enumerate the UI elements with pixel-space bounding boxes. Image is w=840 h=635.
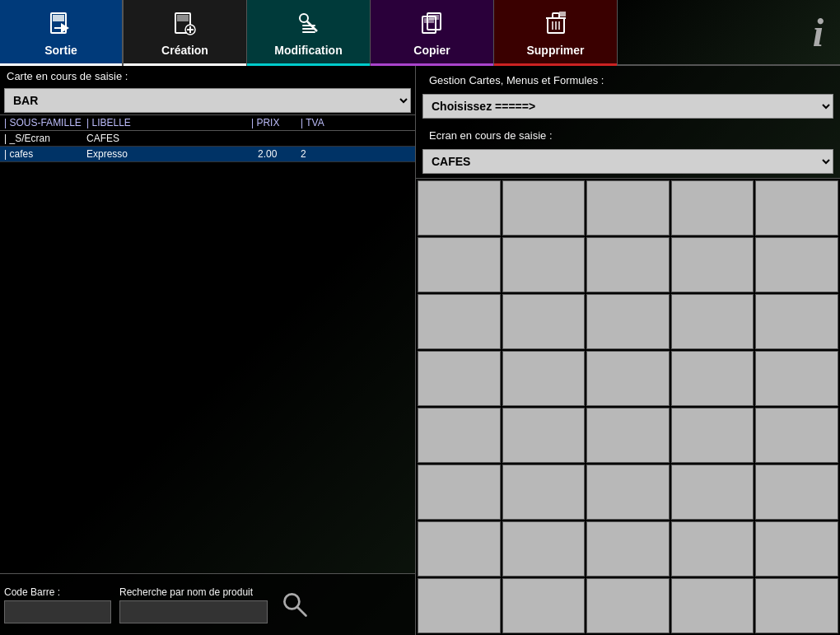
table-header: | SOUS-FAMILLE | LIBELLE | PRIX | TVA [0, 114, 415, 131]
svg-point-9 [300, 14, 308, 22]
grid-cell[interactable] [502, 408, 586, 463]
copier-button[interactable]: Copier [371, 0, 494, 66]
toolbar-spacer: i [618, 0, 840, 64]
svg-marker-24 [559, 12, 566, 16]
modification-icon [296, 10, 322, 40]
recherche-label: Recherche par nom de produit [119, 586, 268, 598]
ecran-dropdown[interactable]: CAFES [422, 149, 833, 174]
gestion-dropdown[interactable]: Choisissez =====> [422, 94, 833, 119]
grid-cell[interactable] [755, 351, 838, 406]
grid-cell[interactable] [671, 351, 754, 406]
svg-rect-13 [302, 31, 315, 33]
grid-cell[interactable] [586, 294, 670, 349]
col-header-tva: | TVA [301, 117, 334, 128]
grid-cell[interactable] [671, 578, 754, 633]
creation-button[interactable]: Création [124, 0, 247, 66]
grid-cell[interactable] [755, 465, 838, 520]
content-area: Carte en cours de saisie : BAR | SOUS-FA… [0, 66, 840, 635]
grid-cell[interactable] [586, 408, 670, 463]
grid-cell[interactable] [671, 465, 754, 520]
carte-dropdown[interactable]: BAR [4, 88, 411, 113]
grid-cell[interactable] [418, 237, 501, 292]
grid-cell[interactable] [755, 294, 838, 349]
copier-icon [419, 10, 446, 40]
grid-cell[interactable] [586, 351, 670, 406]
carte-label: Carte en cours de saisie : [0, 66, 415, 86]
sortie-label: Sortie [44, 44, 77, 57]
supprimer-label: Supprimer [526, 44, 584, 57]
grid-cell[interactable] [502, 351, 586, 406]
grid-cell[interactable] [671, 521, 754, 577]
cell-libelle: CAFES [86, 133, 251, 144]
grid-cell[interactable] [502, 294, 586, 349]
grid-cell[interactable] [755, 578, 838, 633]
ecran-dropdown-row: CAFES [422, 149, 833, 174]
supprimer-button[interactable]: Supprimer [494, 0, 618, 66]
ecran-label: Ecran en cours de saisie : [422, 125, 833, 146]
grid-cell[interactable] [755, 521, 838, 577]
search-icon [280, 590, 310, 619]
svg-rect-11 [302, 25, 315, 26]
svg-rect-12 [302, 28, 315, 30]
grid-cell[interactable] [418, 521, 501, 577]
info-icon: i [813, 10, 824, 55]
creation-label: Création [161, 44, 208, 57]
search-section: Recherche par nom de produit [119, 586, 268, 623]
right-panel: Gestion Cartes, Menus et Formules : Choi… [416, 66, 840, 635]
grid-cell[interactable] [671, 237, 754, 292]
table-row[interactable]: | cafes Expresso 2.00 2 [0, 147, 415, 162]
table-rows: | _S/Ecran CAFES | cafes Expresso 2.00 2 [0, 131, 415, 573]
left-panel: Carte en cours de saisie : BAR | SOUS-FA… [0, 66, 416, 635]
gestion-dropdown-row: Choisissez =====> [422, 94, 833, 119]
grid-cell[interactable] [418, 408, 501, 463]
grid-cell[interactable] [586, 521, 670, 577]
barcode-section: Code Barre : [4, 586, 111, 623]
grid-cell[interactable] [586, 237, 670, 292]
svg-rect-17 [429, 15, 439, 20]
grid-cell[interactable] [418, 465, 501, 520]
sortie-button[interactable]: Sortie [0, 0, 124, 66]
barcode-label: Code Barre : [4, 586, 111, 598]
grid-cell[interactable] [502, 237, 586, 292]
col-header-sous-famille: | SOUS-FAMILLE [4, 117, 86, 128]
grid-cell[interactable] [502, 521, 586, 577]
toolbar: Sortie Création [0, 0, 840, 66]
svg-rect-20 [553, 13, 559, 18]
grid-cell[interactable] [418, 180, 501, 236]
barcode-input[interactable] [4, 600, 111, 623]
cell-libelle: Expresso [86, 148, 251, 160]
grid-cell[interactable] [755, 180, 838, 236]
grid-cell[interactable] [586, 180, 670, 236]
supprimer-icon [543, 10, 569, 40]
col-header-libelle: | LIBELLE [86, 117, 251, 128]
cell-tva: 2 [301, 148, 334, 160]
grid-cell[interactable] [418, 351, 501, 406]
grid-cell[interactable] [586, 465, 670, 520]
grid-cell[interactable] [755, 237, 838, 292]
svg-line-26 [297, 607, 306, 616]
carte-dropdown-row: BAR [0, 86, 415, 114]
grid-cell[interactable] [502, 465, 586, 520]
col-header-prix: | PRIX [251, 117, 301, 128]
bottom-bar: Code Barre : Recherche par nom de produi… [0, 573, 415, 635]
creation-icon [172, 10, 198, 40]
grid-cell[interactable] [586, 578, 670, 633]
recherche-input[interactable] [119, 600, 268, 623]
grid-cell[interactable] [671, 408, 754, 463]
grid-cell[interactable] [502, 180, 586, 236]
search-button[interactable] [280, 590, 310, 619]
table-row[interactable]: | _S/Ecran CAFES [0, 131, 415, 147]
cell-prix: 2.00 [251, 148, 301, 160]
grid-cell[interactable] [502, 578, 586, 633]
gestion-label: Gestion Cartes, Menus et Formules : [422, 70, 833, 91]
grid-cell[interactable] [671, 294, 754, 349]
grid-cell[interactable] [418, 294, 501, 349]
copier-label: Copier [413, 44, 450, 57]
right-top: Gestion Cartes, Menus et Formules : Choi… [416, 66, 840, 179]
grid-cell[interactable] [755, 408, 838, 463]
grid-cell[interactable] [671, 180, 754, 236]
modification-button[interactable]: Modification [247, 0, 371, 66]
button-grid [416, 179, 840, 635]
grid-cell[interactable] [418, 578, 501, 633]
cell-sous-famille: | cafes [4, 148, 86, 160]
